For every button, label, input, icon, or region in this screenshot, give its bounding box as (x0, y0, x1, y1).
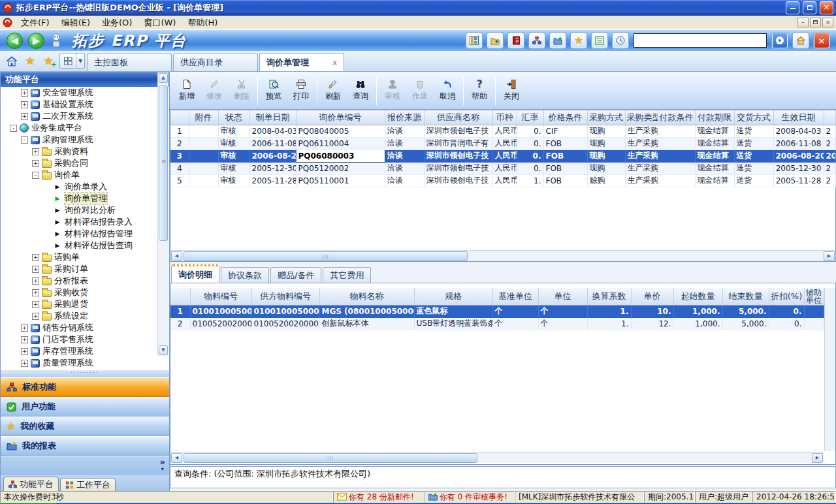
detail-tab[interactable]: 赠品/备件 (270, 267, 321, 283)
close-view-button[interactable]: 关闭 (498, 74, 525, 107)
accordion-panel[interactable]: ★我的收藏 (1, 417, 169, 436)
column-header[interactable]: 起始数量 (673, 288, 722, 305)
tree-toggle[interactable]: + (21, 324, 28, 332)
tree-toggle[interactable]: + (21, 113, 28, 120)
tree-item[interactable]: +销售分销系统 (1, 322, 169, 334)
tree-item[interactable]: +采购订单 (1, 263, 169, 275)
scroll-up-icon[interactable]: ▲ (159, 73, 168, 83)
back-button[interactable]: ◀ (7, 33, 23, 49)
column-header[interactable]: 供应商名称 (424, 110, 492, 125)
tree-item[interactable]: -采购管理系统 (1, 134, 169, 146)
column-header[interactable]: 生效日期 (773, 110, 824, 125)
menu-item[interactable]: 编辑(E) (56, 16, 96, 30)
task-list-icon[interactable] (592, 33, 607, 48)
column-header[interactable]: 基准单位 (492, 288, 538, 305)
tree-toggle[interactable]: + (32, 148, 39, 155)
detail-tab[interactable]: 协议条款 (221, 267, 269, 283)
tree-toggle[interactable]: + (32, 313, 39, 320)
tab-close-icon[interactable]: x (332, 58, 337, 67)
column-header[interactable]: 状态 (218, 110, 249, 125)
column-header[interactable]: 价格条件 (543, 110, 587, 125)
column-header[interactable]: 汇率 (517, 110, 543, 125)
menu-item[interactable]: 帮助(H) (182, 16, 223, 30)
column-header[interactable]: 换算系数 (587, 288, 631, 305)
favorite-star-icon[interactable]: ★ (22, 53, 38, 69)
hscroll-right-icon[interactable]: ▶ (824, 251, 835, 261)
tree-toggle[interactable]: + (21, 360, 28, 367)
sidebar-splitter[interactable]: ········· (1, 370, 169, 377)
detail-hscrollbar[interactable]: ◀ ||| ▶ (170, 452, 824, 463)
collapse-chevron-button[interactable]: »▾ (160, 458, 165, 473)
tree-toggle[interactable]: + (32, 266, 39, 273)
tree-item[interactable]: -业务集成平台 (1, 122, 169, 134)
help-button[interactable]: ?帮助 (466, 74, 493, 107)
column-header[interactable]: 物料名称 (319, 288, 414, 305)
query-button[interactable]: 查询 (347, 74, 374, 107)
column-header[interactable]: 询价单编号 (296, 110, 385, 125)
column-header[interactable]: 交货方式 (734, 110, 773, 125)
tree-item[interactable]: +分析报表 (1, 275, 169, 287)
sidebar-bottom-tab[interactable]: 工作平台 (60, 478, 116, 492)
tree-item[interactable]: +二次开发系统 (1, 110, 169, 122)
tree-item[interactable]: ▶询价对比分析 (1, 204, 169, 216)
column-header[interactable]: 采购类型 (625, 110, 658, 125)
tree-toggle[interactable]: + (32, 254, 39, 261)
address-book-icon[interactable] (508, 33, 524, 48)
column-header[interactable]: 物料编号 (190, 288, 251, 305)
tree-item[interactable]: ▶询价单录入 (1, 181, 169, 193)
tree-item[interactable]: +采购退货 (1, 298, 169, 310)
status-mail[interactable]: 你有 28 份新邮件! (333, 491, 425, 503)
tree-toggle[interactable]: - (21, 136, 28, 144)
main-grid-hscrollbar[interactable]: ◀ ||| ▶ (170, 250, 835, 261)
folder-up-icon[interactable] (487, 33, 503, 48)
column-header[interactable]: 单价 (631, 288, 673, 305)
column-header[interactable]: 折扣(%) (769, 288, 804, 305)
tree-item[interactable]: +门店零售系统 (1, 334, 169, 345)
column-header[interactable]: 附件 (189, 110, 218, 125)
table-row[interactable]: 1审核2008-04-03PQ08040005洽谈深圳市领创电子技人民币0.CI… (170, 125, 835, 137)
column-header[interactable]: 付款条件 (658, 110, 695, 125)
column-header[interactable] (824, 110, 835, 125)
tree-item[interactable]: ▶材料评估报告录入 (1, 216, 169, 228)
accordion-panel[interactable]: 我的报表 (1, 436, 169, 456)
column-header[interactable] (170, 288, 190, 305)
go-button[interactable] (772, 33, 788, 48)
column-header[interactable]: 采购方式 (587, 110, 625, 125)
hscroll-left-icon[interactable]: ◀ (171, 251, 182, 261)
menu-item[interactable]: 业务(O) (96, 16, 138, 30)
tree-item[interactable]: +安全管理系统 (1, 87, 169, 99)
column-header[interactable]: 单位 (538, 288, 587, 305)
home-button[interactable] (793, 33, 809, 48)
tree-toggle[interactable]: - (32, 172, 39, 179)
add-favorite-icon[interactable]: ★+ (40, 53, 56, 69)
column-header[interactable]: 币种 (492, 110, 517, 125)
column-header[interactable]: 辅助单位 (804, 288, 824, 305)
exit-button[interactable]: × (814, 33, 829, 48)
table-row[interactable]: 201005200200000100520020000创新鼠标本体USB带灯透明… (170, 317, 824, 330)
accordion-panel[interactable]: 用户功能 (1, 397, 169, 417)
table-row[interactable]: 101001000500000100100050000MGS (08001000… (170, 305, 824, 317)
tree-toggle[interactable]: + (21, 101, 28, 108)
restore-button[interactable] (803, 1, 816, 14)
forward-button[interactable]: ▶ (28, 33, 44, 49)
tree-item[interactable]: +基础设置系统 (1, 99, 169, 110)
tree-toggle[interactable]: + (21, 336, 28, 343)
home-icon[interactable] (4, 53, 20, 69)
mdi-close-button[interactable]: × (822, 18, 833, 27)
tree-toggle[interactable]: + (21, 89, 28, 97)
tree-toggle[interactable]: + (32, 160, 39, 167)
tree-item[interactable]: -询价单 (1, 169, 169, 181)
refresh-button[interactable]: 刷新 (319, 74, 347, 107)
preview-button[interactable]: 预览 (260, 74, 287, 107)
tree-toggle[interactable]: - (10, 125, 17, 132)
tree-item[interactable]: +采购合同 (1, 157, 169, 169)
table-row[interactable]: 3审核2006-08-20PQ06080003洽谈深圳市领创电子技人民币0.FO… (170, 150, 835, 162)
tree-item[interactable]: +请购单 (1, 251, 169, 263)
column-header[interactable]: 报价来源 (385, 110, 424, 125)
column-header[interactable]: 付款期限 (695, 110, 734, 125)
quick-search-input[interactable] (634, 33, 767, 48)
tree-item[interactable]: +采购收货 (1, 287, 169, 298)
tree-item[interactable]: +采购资料 (1, 146, 169, 157)
org-chart-icon[interactable] (529, 33, 545, 48)
mdi-minimize-button[interactable]: – (797, 18, 809, 27)
